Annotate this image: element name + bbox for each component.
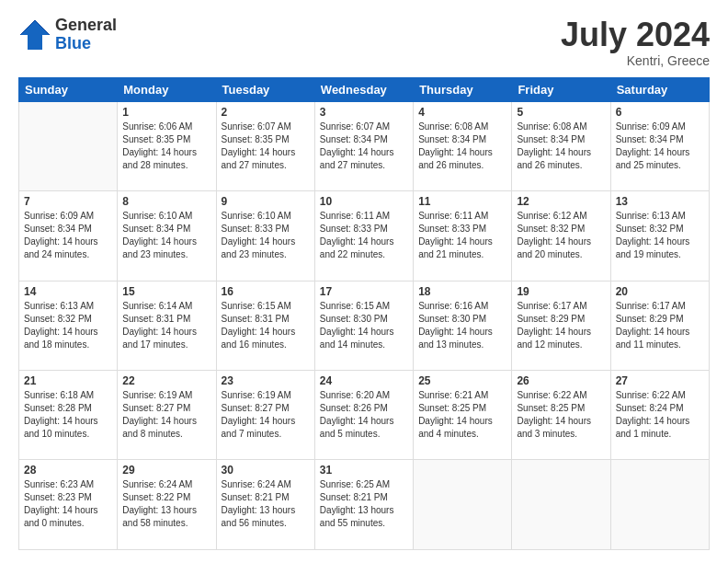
calendar-cell: 1Sunrise: 6:06 AM Sunset: 8:35 PM Daylig… (118, 101, 216, 190)
day-number: 13 (616, 195, 704, 208)
calendar-week-4: 21Sunrise: 6:18 AM Sunset: 8:28 PM Dayli… (19, 371, 710, 460)
day-info: Sunrise: 6:22 AM Sunset: 8:24 PM Dayligh… (616, 389, 704, 441)
day-number: 17 (320, 285, 408, 298)
day-number: 11 (418, 195, 506, 208)
weekday-header-wednesday: Wednesday (314, 77, 413, 101)
weekday-header-monday: Monday (118, 77, 216, 101)
day-number: 19 (517, 285, 605, 298)
title-block: July 2024 Kentri, Greece (561, 17, 710, 68)
day-number: 4 (418, 106, 506, 119)
day-info: Sunrise: 6:21 AM Sunset: 8:25 PM Dayligh… (418, 389, 506, 441)
day-info: Sunrise: 6:07 AM Sunset: 8:35 PM Dayligh… (222, 121, 310, 172)
calendar-cell: 27Sunrise: 6:22 AM Sunset: 8:24 PM Dayli… (610, 371, 709, 460)
day-number: 24 (320, 374, 408, 387)
day-info: Sunrise: 6:13 AM Sunset: 8:32 PM Dayligh… (24, 300, 112, 351)
day-number: 30 (222, 464, 310, 477)
day-info: Sunrise: 6:12 AM Sunset: 8:32 PM Dayligh… (517, 210, 605, 261)
day-number: 3 (320, 106, 408, 119)
day-number: 26 (517, 374, 605, 387)
day-info: Sunrise: 6:18 AM Sunset: 8:28 PM Dayligh… (24, 389, 112, 441)
day-info: Sunrise: 6:24 AM Sunset: 8:21 PM Dayligh… (222, 478, 310, 530)
header: General Blue July 2024 Kentri, Greece (18, 17, 710, 68)
calendar-cell: 9Sunrise: 6:10 AM Sunset: 8:33 PM Daylig… (216, 191, 314, 281)
day-number: 2 (222, 106, 310, 119)
calendar-cell: 14Sunrise: 6:13 AM Sunset: 8:32 PM Dayli… (19, 281, 118, 370)
calendar-cell: 11Sunrise: 6:11 AM Sunset: 8:33 PM Dayli… (414, 191, 512, 281)
day-number: 29 (122, 464, 210, 477)
day-info: Sunrise: 6:14 AM Sunset: 8:31 PM Dayligh… (122, 300, 210, 351)
calendar-week-2: 7Sunrise: 6:09 AM Sunset: 8:34 PM Daylig… (19, 191, 710, 281)
calendar-cell: 17Sunrise: 6:15 AM Sunset: 8:30 PM Dayli… (314, 281, 413, 370)
day-info: Sunrise: 6:10 AM Sunset: 8:33 PM Dayligh… (222, 210, 310, 261)
calendar-cell: 29Sunrise: 6:24 AM Sunset: 8:22 PM Dayli… (118, 460, 216, 550)
day-number: 23 (222, 374, 310, 387)
day-number: 15 (122, 285, 210, 298)
calendar-week-5: 28Sunrise: 6:23 AM Sunset: 8:23 PM Dayli… (19, 460, 710, 550)
day-info: Sunrise: 6:22 AM Sunset: 8:25 PM Dayligh… (517, 389, 605, 441)
day-number: 12 (517, 195, 605, 208)
day-number: 6 (616, 106, 704, 119)
day-number: 25 (418, 374, 506, 387)
calendar-cell: 12Sunrise: 6:12 AM Sunset: 8:32 PM Dayli… (512, 191, 610, 281)
day-info: Sunrise: 6:13 AM Sunset: 8:32 PM Dayligh… (616, 210, 704, 261)
calendar-cell (512, 460, 610, 550)
calendar-cell: 21Sunrise: 6:18 AM Sunset: 8:28 PM Dayli… (19, 371, 118, 460)
calendar-cell: 8Sunrise: 6:10 AM Sunset: 8:34 PM Daylig… (118, 191, 216, 281)
day-info: Sunrise: 6:16 AM Sunset: 8:30 PM Dayligh… (418, 300, 506, 351)
day-info: Sunrise: 6:11 AM Sunset: 8:33 PM Dayligh… (320, 210, 408, 261)
calendar-cell: 10Sunrise: 6:11 AM Sunset: 8:33 PM Dayli… (314, 191, 413, 281)
day-info: Sunrise: 6:15 AM Sunset: 8:30 PM Dayligh… (320, 300, 408, 351)
day-info: Sunrise: 6:08 AM Sunset: 8:34 PM Dayligh… (517, 121, 605, 172)
calendar-cell: 18Sunrise: 6:16 AM Sunset: 8:30 PM Dayli… (414, 281, 512, 370)
weekday-header-tuesday: Tuesday (216, 77, 314, 101)
day-number: 20 (616, 285, 704, 298)
calendar-cell: 19Sunrise: 6:17 AM Sunset: 8:29 PM Dayli… (512, 281, 610, 370)
calendar-cell: 31Sunrise: 6:25 AM Sunset: 8:21 PM Dayli… (314, 460, 413, 550)
day-info: Sunrise: 6:20 AM Sunset: 8:26 PM Dayligh… (320, 389, 408, 441)
day-info: Sunrise: 6:07 AM Sunset: 8:34 PM Dayligh… (320, 121, 408, 172)
day-number: 22 (122, 374, 210, 387)
month-title: July 2024 (561, 17, 710, 53)
calendar-cell: 16Sunrise: 6:15 AM Sunset: 8:31 PM Dayli… (216, 281, 314, 370)
day-info: Sunrise: 6:15 AM Sunset: 8:31 PM Dayligh… (222, 300, 310, 351)
day-number: 7 (24, 195, 112, 208)
calendar-cell: 20Sunrise: 6:17 AM Sunset: 8:29 PM Dayli… (610, 281, 709, 370)
calendar-cell: 22Sunrise: 6:19 AM Sunset: 8:27 PM Dayli… (118, 371, 216, 460)
calendar-cell: 13Sunrise: 6:13 AM Sunset: 8:32 PM Dayli… (610, 191, 709, 281)
day-info: Sunrise: 6:08 AM Sunset: 8:34 PM Dayligh… (418, 121, 506, 172)
weekday-header-thursday: Thursday (414, 77, 512, 101)
day-number: 9 (222, 195, 310, 208)
day-number: 1 (122, 106, 210, 119)
logo: General Blue (18, 17, 117, 53)
calendar-cell: 25Sunrise: 6:21 AM Sunset: 8:25 PM Dayli… (414, 371, 512, 460)
day-number: 5 (517, 106, 605, 119)
calendar-cell: 26Sunrise: 6:22 AM Sunset: 8:25 PM Dayli… (512, 371, 610, 460)
calendar-cell: 23Sunrise: 6:19 AM Sunset: 8:27 PM Dayli… (216, 371, 314, 460)
calendar-week-1: 1Sunrise: 6:06 AM Sunset: 8:35 PM Daylig… (19, 101, 710, 190)
day-number: 10 (320, 195, 408, 208)
day-number: 21 (24, 374, 112, 387)
weekday-header-friday: Friday (512, 77, 610, 101)
day-info: Sunrise: 6:06 AM Sunset: 8:35 PM Dayligh… (122, 121, 210, 172)
calendar-cell: 28Sunrise: 6:23 AM Sunset: 8:23 PM Dayli… (19, 460, 118, 550)
day-info: Sunrise: 6:10 AM Sunset: 8:34 PM Dayligh… (122, 210, 210, 261)
calendar-cell: 5Sunrise: 6:08 AM Sunset: 8:34 PM Daylig… (512, 101, 610, 190)
day-number: 18 (418, 285, 506, 298)
day-info: Sunrise: 6:23 AM Sunset: 8:23 PM Dayligh… (24, 478, 112, 530)
day-number: 8 (122, 195, 210, 208)
day-info: Sunrise: 6:24 AM Sunset: 8:22 PM Dayligh… (122, 478, 210, 530)
logo-text: General Blue (55, 17, 117, 53)
calendar-cell (610, 460, 709, 550)
page: General Blue July 2024 Kentri, Greece Su… (0, 0, 728, 563)
day-info: Sunrise: 6:11 AM Sunset: 8:33 PM Dayligh… (418, 210, 506, 261)
calendar-cell: 24Sunrise: 6:20 AM Sunset: 8:26 PM Dayli… (314, 371, 413, 460)
calendar-week-3: 14Sunrise: 6:13 AM Sunset: 8:32 PM Dayli… (19, 281, 710, 370)
day-number: 14 (24, 285, 112, 298)
day-number: 27 (616, 374, 704, 387)
calendar-cell: 6Sunrise: 6:09 AM Sunset: 8:34 PM Daylig… (610, 101, 709, 190)
calendar-cell: 15Sunrise: 6:14 AM Sunset: 8:31 PM Dayli… (118, 281, 216, 370)
day-number: 31 (320, 464, 408, 477)
location: Kentri, Greece (561, 53, 710, 68)
day-info: Sunrise: 6:17 AM Sunset: 8:29 PM Dayligh… (616, 300, 704, 351)
calendar-cell: 3Sunrise: 6:07 AM Sunset: 8:34 PM Daylig… (314, 101, 413, 190)
